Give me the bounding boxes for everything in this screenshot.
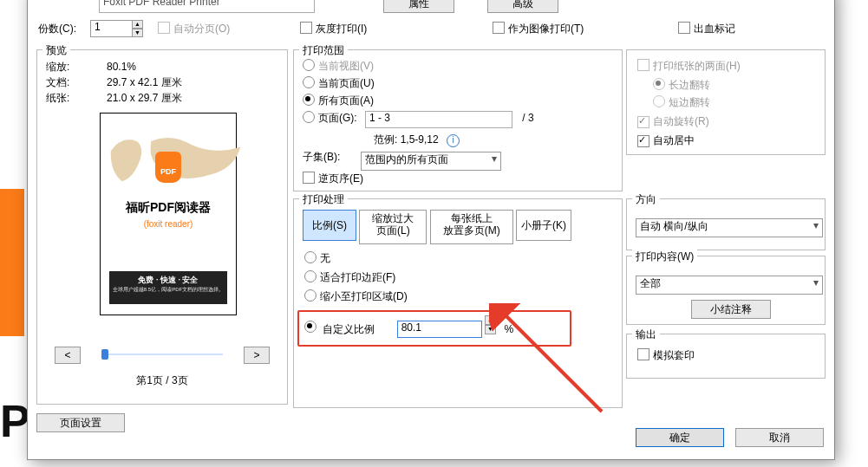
as-image-box[interactable] — [493, 22, 505, 34]
copies-label: 份数(C): — [38, 22, 76, 36]
advanced-button[interactable]: 高级 — [487, 0, 558, 13]
scale-none-radio[interactable]: 无 — [304, 251, 330, 266]
custom-scale-row: 自定义比例 80.1 ▲▼ % — [297, 310, 571, 347]
custom-scale-input[interactable]: 80.1 — [397, 321, 482, 338]
current-page-radio[interactable]: 当前页面(U) — [303, 76, 375, 91]
duplex-group: 打印纸张的两面(H) 长边翻转 短边翻转 自动旋转(R) 自动居中 — [626, 49, 826, 155]
reverse-order-checkbox[interactable]: 逆页序(E) — [303, 172, 363, 186]
grayscale-box[interactable] — [300, 22, 312, 34]
print-dialog: Foxit PDF Reader Printer 属性 高级 份数(C): 1 … — [27, 0, 835, 460]
output-title: 输出 — [632, 328, 660, 342]
background-orange-strip — [0, 189, 24, 336]
tab-scale[interactable]: 比例(S) — [303, 210, 356, 241]
cancel-button[interactable]: 取消 — [735, 428, 824, 447]
custom-scale-radio[interactable] — [304, 321, 317, 333]
preview-slider[interactable] — [101, 353, 223, 355]
print-handling-group: 打印处理 比例(S) 缩放过大页面(L) 每张纸上放置多页(M) 小册子(K) … — [293, 198, 623, 408]
long-edge-radio: 长边翻转 — [653, 78, 710, 93]
pages-input[interactable]: 1 - 3 — [365, 111, 512, 128]
ok-button[interactable]: 确定 — [636, 428, 724, 447]
print-handling-title: 打印处理 — [299, 192, 348, 207]
print-content-title: 打印内容(W) — [632, 250, 697, 264]
auto-collate-checkbox: 自动分页(O) — [158, 22, 230, 36]
properties-button[interactable]: 属性 — [383, 0, 454, 13]
short-edge-radio: 短边翻转 — [653, 95, 710, 110]
preview-doc-band: 免费 · 快速 · 安全 全球用户超越8.5亿，阅读PDF文档的理想选择。 — [109, 271, 227, 304]
subset-label: 子集(B): — [303, 151, 340, 163]
copies-input[interactable]: 1 — [90, 20, 138, 37]
tab-booklet[interactable]: 小册子(K) — [516, 210, 571, 241]
paper-size-value: 21.0 x 29.7 厘米 — [107, 92, 182, 104]
preview-next-button[interactable]: > — [244, 347, 270, 364]
pages-example: 范例: 1,5-9,12 i — [374, 133, 460, 147]
zoom-label: 缩放: — [46, 60, 107, 75]
subset-combo[interactable]: 范围内的所有页面 — [361, 152, 501, 171]
zoom-value: 80.1% — [107, 61, 136, 73]
preview-page-count: 第1页 / 3页 — [46, 373, 278, 388]
auto-rotate-checkbox: 自动旋转(R) — [637, 114, 709, 129]
all-pages-radio[interactable]: 所有页面(A) — [303, 94, 374, 108]
preview-nav: < > — [55, 347, 270, 369]
print-content-combo[interactable]: 全部 — [636, 276, 823, 295]
percent-label: % — [504, 323, 513, 335]
orientation-combo[interactable]: 自动 横向/纵向 — [636, 218, 823, 237]
custom-scale-label: 自定义比例 — [323, 323, 375, 335]
summary-comments-button[interactable]: 小结注释 — [691, 300, 771, 319]
preview-group: 预览 缩放:80.1% 文档:29.7 x 42.1 厘米 纸张:21.0 x … — [36, 49, 288, 405]
current-view-radio: 当前视图(V) — [303, 59, 374, 74]
subset-row: 子集(B): 范围内的所有页面 — [303, 150, 501, 171]
dialog-footer: 确定 取消 — [626, 428, 824, 447]
background-letter: P — [0, 395, 30, 447]
doc-size-label: 文档: — [46, 75, 107, 90]
both-sides-checkbox: 打印纸张的两面(H) — [637, 59, 741, 74]
print-range-group: 打印范围 当前视图(V) 当前页面(U) 所有页面(A) 页面(G): 1 - … — [293, 49, 623, 191]
pages-total: / 3 — [522, 112, 533, 124]
orientation-title: 方向 — [632, 192, 660, 207]
auto-center-checkbox[interactable]: 自动居中 — [637, 133, 695, 148]
tab-multi-per-sheet[interactable]: 每张纸上放置多页(M) — [430, 210, 513, 244]
pages-radio[interactable]: 页面(G): 1 - 3 / 3 — [303, 111, 534, 128]
printer-combo[interactable]: Foxit PDF Reader Printer — [99, 0, 315, 13]
simulate-overprint-checkbox[interactable]: 模拟套印 — [637, 348, 695, 363]
fit-margins-radio[interactable]: 适合打印边距(F) — [304, 270, 395, 285]
preview-prev-button[interactable]: < — [55, 347, 81, 364]
preview-page: 福昕PDF阅读器 (foxit reader) 免费 · 快速 · 安全 全球用… — [100, 113, 237, 315]
custom-scale-spinner[interactable]: ▲▼ — [485, 315, 496, 333]
copies-spinner[interactable]: ▲▼ — [132, 20, 143, 37]
handling-tabs: 比例(S) 缩放过大页面(L) 每张纸上放置多页(M) 小册子(K) — [303, 210, 571, 244]
preview-doc-subtitle: (foxit reader) — [101, 219, 236, 229]
foxit-logo-icon — [155, 152, 181, 183]
shrink-to-area-radio[interactable]: 缩小至打印区域(D) — [304, 289, 408, 304]
bleed-checkbox[interactable]: 出血标记 — [678, 22, 735, 36]
as-image-checkbox[interactable]: 作为图像打印(T) — [493, 22, 584, 36]
orientation-group: 方向 自动 横向/纵向 — [626, 198, 826, 250]
preview-title: 预览 — [42, 43, 70, 58]
output-group: 输出 模拟套印 — [626, 334, 826, 379]
page-setup-button[interactable]: 页面设置 — [36, 413, 125, 432]
printer-row: Foxit PDF Reader Printer 属性 高级 — [36, 0, 826, 22]
print-content-group: 打印内容(W) 全部 小结注释 — [626, 256, 826, 325]
info-icon[interactable]: i — [447, 134, 460, 147]
doc-size-value: 29.7 x 42.1 厘米 — [107, 76, 182, 88]
tab-fit-large[interactable]: 缩放过大页面(L) — [359, 210, 427, 244]
print-range-title: 打印范围 — [299, 43, 348, 58]
grayscale-checkbox[interactable]: 灰度打印(I) — [300, 22, 367, 36]
paper-size-label: 纸张: — [46, 91, 107, 106]
bleed-box[interactable] — [678, 22, 690, 34]
auto-collate-box — [158, 22, 170, 34]
preview-doc-title: 福昕PDF阅读器 — [101, 200, 236, 216]
